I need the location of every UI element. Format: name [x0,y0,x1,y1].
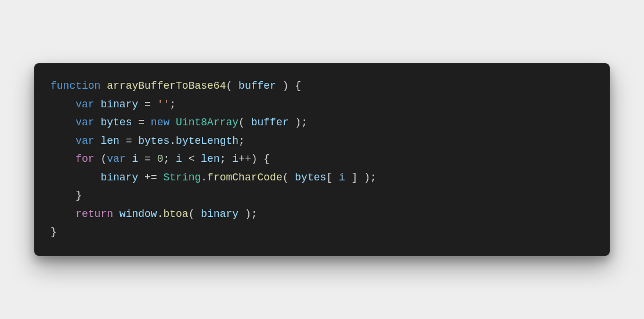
code-token: ( [189,208,201,220]
code-token: var [107,153,125,165]
code-token: binary [100,172,138,183]
code-token: var [75,135,94,147]
code-token: ( [226,80,238,92]
code-token: 0 [157,153,164,165]
code-token: i [132,153,138,165]
code-token: ; [163,153,176,165]
code-token: arrayBufferToBase64 [107,80,226,92]
code-token: buffer [238,80,276,92]
code-token [50,135,75,147]
code-token [50,99,75,110]
code-token: . [157,208,164,220]
code-token: i [339,172,345,183]
code-token: ( [95,153,107,165]
code-token [126,153,132,165]
code-token: ( [238,117,251,128]
code-token: = [132,117,150,128]
code-token: = [138,153,157,165]
code-token: len [201,153,219,165]
code-token [95,117,101,128]
code-token [169,117,176,128]
code-token: var [75,117,94,128]
code-token: return [75,208,113,220]
code-token: i [176,153,182,165]
code-token: for [75,153,94,165]
code-token [100,80,107,92]
code-card: function arrayBufferToBase64( buffer ) {… [34,63,610,256]
code-token: ; [220,153,233,165]
code-token [95,99,101,110]
code-token: ( [283,172,295,183]
code-line: var bytes = new Uint8Array( buffer ); [50,114,594,132]
code-token: } [50,190,82,201]
code-line: var binary = ''; [50,96,594,114]
code-token: '' [157,99,170,110]
code-token [50,117,75,128]
code-token: ; [238,135,245,147]
code-token: var [75,99,94,110]
code-token: buffer [251,117,289,128]
code-token [95,135,101,147]
code-line: for (var i = 0; i < len; i++) { [50,150,594,169]
code-token: fromCharCode [207,172,283,183]
code-token: Uint8Array [176,117,238,128]
code-token: += [138,172,163,183]
code-line: return window.btoa( binary ); [50,205,594,224]
code-token: = [120,135,138,147]
code-token [50,172,100,183]
code-token: new [151,117,169,128]
code-token: binary [201,208,238,220]
code-line: function arrayBufferToBase64( buffer ) { [50,77,594,96]
code-token: = [138,99,157,110]
code-token [50,208,75,220]
code-token: String [163,172,201,183]
code-token: ; [169,99,176,110]
code-token: function [50,80,100,92]
code-line: var len = bytes.byteLength; [50,132,594,151]
code-line: } [50,223,594,242]
code-token: window [120,208,157,220]
code-token: } [50,226,57,238]
code-token: btoa [163,208,188,220]
code-line: binary += String.fromCharCode( bytes[ i … [50,169,594,187]
code-token: binary [100,99,138,110]
code-token [50,153,75,165]
code-token: i [232,153,238,165]
code-token: . [169,135,176,147]
code-token: bytes [295,172,326,183]
code-token: ] ); [345,172,377,183]
code-token: ++) { [238,153,270,165]
code-block: function arrayBufferToBase64( buffer ) {… [50,77,594,242]
code-token: bytes [138,135,169,147]
code-token: len [100,135,119,147]
code-line: } [50,187,594,205]
code-token: ); [238,208,257,220]
code-token: [ [326,172,339,183]
code-token: byteLength [176,135,238,147]
code-token: bytes [100,117,132,128]
code-token: . [201,172,207,183]
code-token: ) { [276,80,301,92]
code-token: < [182,153,201,165]
code-token: ); [289,117,307,128]
code-token [113,208,120,220]
